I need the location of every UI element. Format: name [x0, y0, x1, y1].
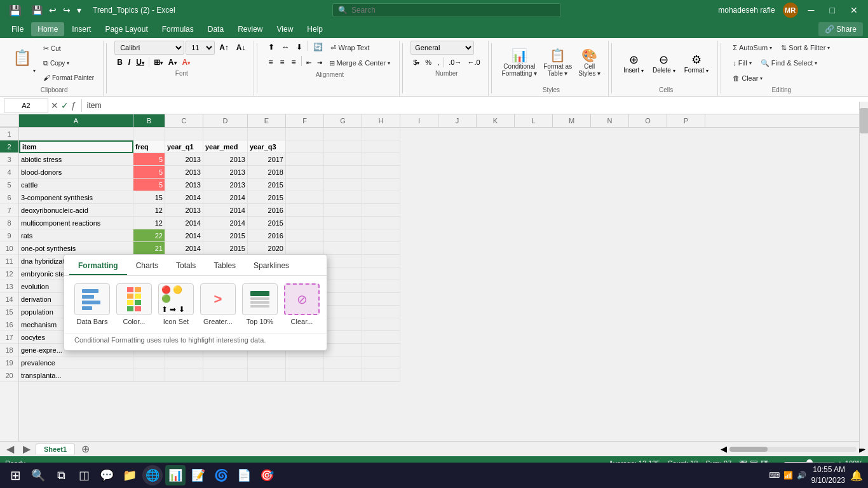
- cell-g13[interactable]: [324, 280, 362, 293]
- col-header-b[interactable]: B: [133, 114, 165, 127]
- cell-e8[interactable]: 2015: [248, 217, 286, 229]
- sheet-tab-sheet1[interactable]: Sheet1: [36, 444, 75, 454]
- cell-c3[interactable]: 2013: [165, 153, 203, 166]
- cell-b1[interactable]: [133, 128, 165, 140]
- row-num-7[interactable]: 7: [0, 204, 18, 217]
- cell-h15[interactable]: [362, 306, 400, 318]
- cell-f7[interactable]: [286, 204, 324, 217]
- cell-h7[interactable]: [362, 204, 400, 217]
- cell-reference-input[interactable]: [4, 98, 48, 112]
- find-select-button[interactable]: 🔍 Find & Select ▾: [757, 56, 821, 70]
- cell-g5[interactable]: [324, 179, 362, 191]
- cell-f8[interactable]: [286, 217, 324, 229]
- cell-a19[interactable]: prevalence: [19, 356, 133, 369]
- cell-d1[interactable]: [203, 128, 248, 140]
- cell-b8[interactable]: 12: [133, 217, 165, 229]
- cell-c19[interactable]: [165, 356, 203, 369]
- format-cells-button[interactable]: ⚙ Format ▾: [681, 51, 712, 75]
- cell-f4[interactable]: [286, 166, 324, 179]
- cell-a5[interactable]: cattle: [19, 179, 133, 191]
- col-header-h[interactable]: H: [362, 114, 400, 127]
- col-header-p[interactable]: P: [667, 114, 705, 127]
- decrease-decimal-button[interactable]: ←.0: [465, 56, 482, 69]
- cell-c2[interactable]: year_q1: [165, 140, 203, 153]
- col-header-e[interactable]: E: [248, 114, 286, 127]
- qa-clear-button[interactable]: ⊘ Clear...: [284, 283, 320, 325]
- cell-f10[interactable]: [286, 242, 324, 255]
- cell-g11[interactable]: [324, 255, 362, 268]
- excel-taskbar-icon[interactable]: 📊: [165, 465, 186, 485]
- row-num-3[interactable]: 3: [0, 153, 18, 166]
- greenshot-taskbar-icon[interactable]: 🎯: [257, 465, 277, 485]
- qa-icon-set-button[interactable]: 🔴 🟡 🟢 ⬆ ➡ ⬇ Icon Set: [158, 283, 194, 325]
- insert-cells-button[interactable]: ⊕ Insert ▾: [620, 51, 648, 75]
- share-button[interactable]: 🔗 Share: [818, 22, 863, 36]
- cell-b10[interactable]: 21: [133, 242, 165, 255]
- cell-g9[interactable]: [324, 229, 362, 242]
- scroll-sheets-right[interactable]: ▶: [19, 443, 34, 455]
- row-num-16[interactable]: 16: [0, 318, 18, 331]
- number-format-select[interactable]: General: [410, 41, 474, 55]
- cell-d4[interactable]: 2013: [203, 166, 248, 179]
- col-header-f[interactable]: F: [286, 114, 324, 127]
- cell-b4[interactable]: 5: [133, 166, 165, 179]
- cell-e19[interactable]: [248, 356, 286, 369]
- font-name-select[interactable]: Calibri: [114, 41, 184, 55]
- sort-filter-button[interactable]: ⇅ Sort & Filter ▾: [777, 41, 834, 55]
- row-num-18[interactable]: 18: [0, 344, 18, 356]
- insert-function-button[interactable]: ƒ: [71, 100, 76, 111]
- cell-h18[interactable]: [362, 344, 400, 356]
- cell-e7[interactable]: 2016: [248, 204, 286, 217]
- qa-data-bars-button[interactable]: Data Bars: [74, 283, 110, 325]
- cell-c9[interactable]: 2014: [165, 229, 203, 242]
- fill-button[interactable]: ↓ Fill ▾: [729, 56, 756, 70]
- vertical-scrollbar[interactable]: [859, 102, 868, 449]
- cell-c6[interactable]: 2014: [165, 191, 203, 204]
- customize-qa-button[interactable]: ▾: [74, 4, 84, 17]
- row-num-20[interactable]: 20: [0, 369, 18, 382]
- cell-e1[interactable]: [248, 128, 286, 140]
- cell-h13[interactable]: [362, 280, 400, 293]
- cell-d19[interactable]: [203, 356, 248, 369]
- clear-button[interactable]: 🗑 Clear ▾: [729, 71, 766, 85]
- cell-h16[interactable]: [362, 318, 400, 331]
- horizontal-scrollbar[interactable]: [729, 447, 857, 452]
- cell-h5[interactable]: [362, 179, 400, 191]
- font-size-select[interactable]: 11: [186, 41, 215, 55]
- cell-h14[interactable]: [362, 293, 400, 306]
- cell-b5[interactable]: 5: [133, 179, 165, 191]
- align-bottom-button[interactable]: ⬇: [293, 41, 306, 53]
- qa-greater-than-button[interactable]: > Greater...: [200, 283, 236, 325]
- qa-tab-formatting[interactable]: Formatting: [69, 257, 127, 275]
- row-num-13[interactable]: 13: [0, 280, 18, 293]
- cell-e9[interactable]: 2016: [248, 229, 286, 242]
- col-header-k[interactable]: K: [477, 114, 515, 127]
- col-header-j[interactable]: J: [438, 114, 477, 127]
- cell-h4[interactable]: [362, 166, 400, 179]
- cell-a20[interactable]: transplanta...: [19, 369, 133, 382]
- conditional-formatting-button[interactable]: 📊 ConditionalFormatting ▾: [499, 46, 540, 79]
- cell-f1[interactable]: [286, 128, 324, 140]
- close-button[interactable]: ✕: [845, 4, 863, 17]
- col-header-o[interactable]: O: [629, 114, 667, 127]
- cell-h11[interactable]: [362, 255, 400, 268]
- menu-view[interactable]: View: [271, 22, 300, 36]
- increase-font-button[interactable]: A↑: [216, 41, 232, 54]
- col-header-a[interactable]: A: [19, 114, 133, 127]
- percent-button[interactable]: %: [423, 56, 434, 69]
- cell-h12[interactable]: [362, 268, 400, 280]
- cell-h3[interactable]: [362, 153, 400, 166]
- cell-e20[interactable]: [248, 369, 286, 382]
- word-taskbar-icon[interactable]: 📝: [188, 465, 208, 485]
- cell-b9[interactable]: 22: [133, 229, 165, 242]
- cell-f20[interactable]: [286, 369, 324, 382]
- cell-h20[interactable]: [362, 369, 400, 382]
- cell-c1[interactable]: [165, 128, 203, 140]
- cell-a9[interactable]: rats: [19, 229, 133, 242]
- add-sheet-button[interactable]: ⊕: [79, 443, 92, 455]
- decrease-indent-button[interactable]: ⇤: [304, 56, 314, 69]
- cancel-formula-button[interactable]: ✕: [51, 100, 58, 111]
- col-header-l[interactable]: L: [515, 114, 553, 127]
- align-left-button[interactable]: ≡: [265, 56, 276, 69]
- decrease-font-button[interactable]: A↓: [233, 41, 249, 54]
